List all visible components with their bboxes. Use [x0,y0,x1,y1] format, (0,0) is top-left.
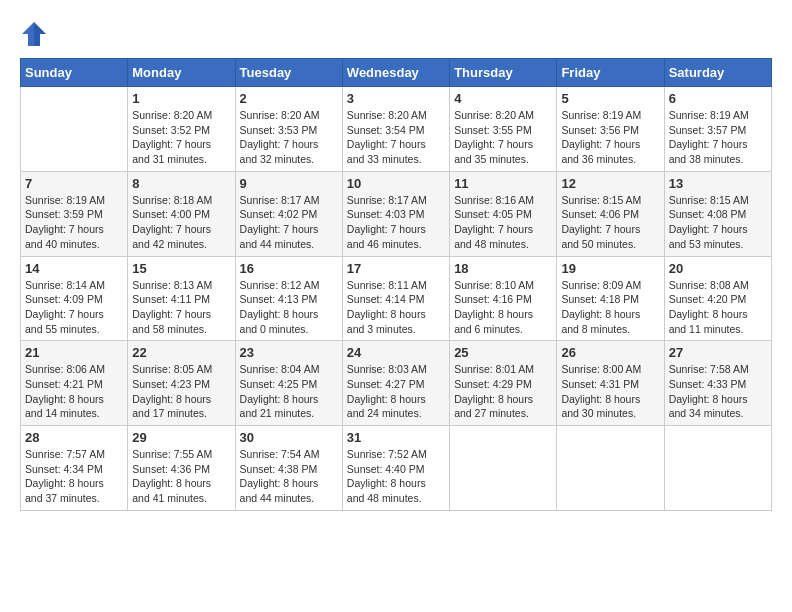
week-row-3: 14Sunrise: 8:14 AM Sunset: 4:09 PM Dayli… [21,256,772,341]
day-info: Sunrise: 8:17 AM Sunset: 4:02 PM Dayligh… [240,193,338,252]
day-cell: 15Sunrise: 8:13 AM Sunset: 4:11 PM Dayli… [128,256,235,341]
day-number: 4 [454,91,552,106]
calendar-header: SundayMondayTuesdayWednesdayThursdayFrid… [21,59,772,87]
day-number: 2 [240,91,338,106]
day-info: Sunrise: 8:12 AM Sunset: 4:13 PM Dayligh… [240,278,338,337]
day-cell [664,426,771,511]
day-number: 26 [561,345,659,360]
day-cell: 6Sunrise: 8:19 AM Sunset: 3:57 PM Daylig… [664,87,771,172]
day-info: Sunrise: 8:16 AM Sunset: 4:05 PM Dayligh… [454,193,552,252]
day-cell: 16Sunrise: 8:12 AM Sunset: 4:13 PM Dayli… [235,256,342,341]
day-info: Sunrise: 8:13 AM Sunset: 4:11 PM Dayligh… [132,278,230,337]
day-number: 13 [669,176,767,191]
day-cell: 24Sunrise: 8:03 AM Sunset: 4:27 PM Dayli… [342,341,449,426]
header-cell-thursday: Thursday [450,59,557,87]
svg-marker-1 [34,22,46,46]
day-info: Sunrise: 8:18 AM Sunset: 4:00 PM Dayligh… [132,193,230,252]
day-number: 19 [561,261,659,276]
day-number: 10 [347,176,445,191]
day-cell: 12Sunrise: 8:15 AM Sunset: 4:06 PM Dayli… [557,171,664,256]
day-info: Sunrise: 7:58 AM Sunset: 4:33 PM Dayligh… [669,362,767,421]
day-number: 29 [132,430,230,445]
day-info: Sunrise: 8:15 AM Sunset: 4:06 PM Dayligh… [561,193,659,252]
day-cell: 25Sunrise: 8:01 AM Sunset: 4:29 PM Dayli… [450,341,557,426]
day-info: Sunrise: 8:20 AM Sunset: 3:54 PM Dayligh… [347,108,445,167]
day-cell: 2Sunrise: 8:20 AM Sunset: 3:53 PM Daylig… [235,87,342,172]
day-info: Sunrise: 8:01 AM Sunset: 4:29 PM Dayligh… [454,362,552,421]
day-number: 14 [25,261,123,276]
day-number: 18 [454,261,552,276]
day-number: 20 [669,261,767,276]
day-info: Sunrise: 8:15 AM Sunset: 4:08 PM Dayligh… [669,193,767,252]
day-info: Sunrise: 8:14 AM Sunset: 4:09 PM Dayligh… [25,278,123,337]
day-info: Sunrise: 7:54 AM Sunset: 4:38 PM Dayligh… [240,447,338,506]
day-number: 17 [347,261,445,276]
day-info: Sunrise: 8:08 AM Sunset: 4:20 PM Dayligh… [669,278,767,337]
day-cell: 28Sunrise: 7:57 AM Sunset: 4:34 PM Dayli… [21,426,128,511]
day-number: 24 [347,345,445,360]
day-info: Sunrise: 8:19 AM Sunset: 3:57 PM Dayligh… [669,108,767,167]
week-row-4: 21Sunrise: 8:06 AM Sunset: 4:21 PM Dayli… [21,341,772,426]
day-number: 6 [669,91,767,106]
calendar-body: 1Sunrise: 8:20 AM Sunset: 3:52 PM Daylig… [21,87,772,511]
day-cell: 26Sunrise: 8:00 AM Sunset: 4:31 PM Dayli… [557,341,664,426]
day-cell: 19Sunrise: 8:09 AM Sunset: 4:18 PM Dayli… [557,256,664,341]
day-number: 11 [454,176,552,191]
day-cell: 18Sunrise: 8:10 AM Sunset: 4:16 PM Dayli… [450,256,557,341]
day-number: 25 [454,345,552,360]
day-info: Sunrise: 8:05 AM Sunset: 4:23 PM Dayligh… [132,362,230,421]
day-cell: 5Sunrise: 8:19 AM Sunset: 3:56 PM Daylig… [557,87,664,172]
day-cell: 4Sunrise: 8:20 AM Sunset: 3:55 PM Daylig… [450,87,557,172]
header-cell-saturday: Saturday [664,59,771,87]
day-number: 28 [25,430,123,445]
week-row-2: 7Sunrise: 8:19 AM Sunset: 3:59 PM Daylig… [21,171,772,256]
day-number: 12 [561,176,659,191]
day-info: Sunrise: 7:52 AM Sunset: 4:40 PM Dayligh… [347,447,445,506]
day-cell: 1Sunrise: 8:20 AM Sunset: 3:52 PM Daylig… [128,87,235,172]
day-number: 27 [669,345,767,360]
day-cell: 11Sunrise: 8:16 AM Sunset: 4:05 PM Dayli… [450,171,557,256]
day-number: 5 [561,91,659,106]
header-cell-friday: Friday [557,59,664,87]
day-info: Sunrise: 8:10 AM Sunset: 4:16 PM Dayligh… [454,278,552,337]
day-info: Sunrise: 8:00 AM Sunset: 4:31 PM Dayligh… [561,362,659,421]
header-cell-tuesday: Tuesday [235,59,342,87]
day-info: Sunrise: 8:17 AM Sunset: 4:03 PM Dayligh… [347,193,445,252]
day-info: Sunrise: 8:20 AM Sunset: 3:52 PM Dayligh… [132,108,230,167]
day-info: Sunrise: 8:06 AM Sunset: 4:21 PM Dayligh… [25,362,123,421]
day-cell: 13Sunrise: 8:15 AM Sunset: 4:08 PM Dayli… [664,171,771,256]
day-number: 8 [132,176,230,191]
logo [20,20,52,48]
day-info: Sunrise: 8:11 AM Sunset: 4:14 PM Dayligh… [347,278,445,337]
header-cell-wednesday: Wednesday [342,59,449,87]
week-row-1: 1Sunrise: 8:20 AM Sunset: 3:52 PM Daylig… [21,87,772,172]
week-row-5: 28Sunrise: 7:57 AM Sunset: 4:34 PM Dayli… [21,426,772,511]
day-number: 1 [132,91,230,106]
day-cell: 20Sunrise: 8:08 AM Sunset: 4:20 PM Dayli… [664,256,771,341]
day-number: 31 [347,430,445,445]
day-cell: 27Sunrise: 7:58 AM Sunset: 4:33 PM Dayli… [664,341,771,426]
day-number: 23 [240,345,338,360]
day-info: Sunrise: 8:20 AM Sunset: 3:53 PM Dayligh… [240,108,338,167]
day-info: Sunrise: 8:19 AM Sunset: 3:56 PM Dayligh… [561,108,659,167]
day-number: 3 [347,91,445,106]
header-cell-monday: Monday [128,59,235,87]
calendar-table: SundayMondayTuesdayWednesdayThursdayFrid… [20,58,772,511]
day-number: 16 [240,261,338,276]
day-info: Sunrise: 8:04 AM Sunset: 4:25 PM Dayligh… [240,362,338,421]
day-cell: 17Sunrise: 8:11 AM Sunset: 4:14 PM Dayli… [342,256,449,341]
header-cell-sunday: Sunday [21,59,128,87]
day-cell: 31Sunrise: 7:52 AM Sunset: 4:40 PM Dayli… [342,426,449,511]
day-cell: 14Sunrise: 8:14 AM Sunset: 4:09 PM Dayli… [21,256,128,341]
day-number: 9 [240,176,338,191]
header-row: SundayMondayTuesdayWednesdayThursdayFrid… [21,59,772,87]
day-cell: 10Sunrise: 8:17 AM Sunset: 4:03 PM Dayli… [342,171,449,256]
day-cell: 21Sunrise: 8:06 AM Sunset: 4:21 PM Dayli… [21,341,128,426]
day-cell: 30Sunrise: 7:54 AM Sunset: 4:38 PM Dayli… [235,426,342,511]
day-cell: 7Sunrise: 8:19 AM Sunset: 3:59 PM Daylig… [21,171,128,256]
day-cell: 22Sunrise: 8:05 AM Sunset: 4:23 PM Dayli… [128,341,235,426]
day-cell [450,426,557,511]
day-cell: 29Sunrise: 7:55 AM Sunset: 4:36 PM Dayli… [128,426,235,511]
day-info: Sunrise: 8:19 AM Sunset: 3:59 PM Dayligh… [25,193,123,252]
day-cell [557,426,664,511]
